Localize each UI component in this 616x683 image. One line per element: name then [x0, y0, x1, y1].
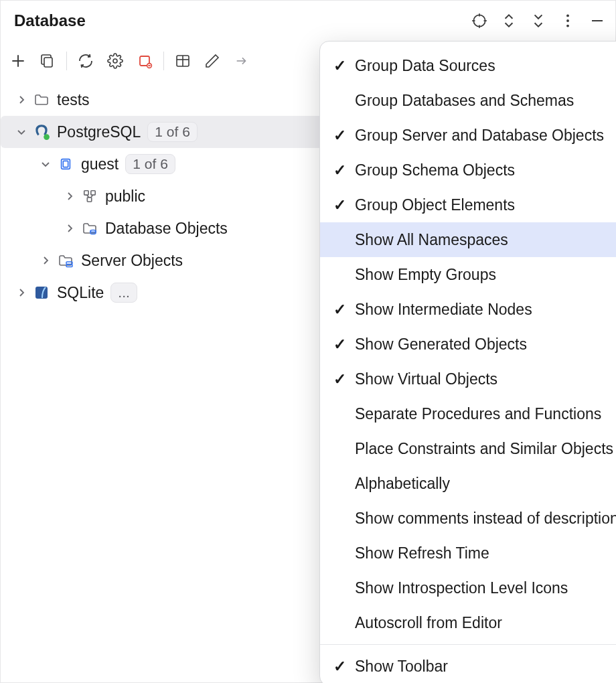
svg-rect-23	[84, 191, 88, 195]
chevron-right-icon[interactable]	[62, 189, 77, 204]
svg-point-5	[566, 14, 569, 17]
check-icon: ✓	[331, 658, 348, 676]
folder-db-icon	[81, 220, 98, 237]
menu-item-label: Show Introspection Level Icons	[355, 579, 568, 597]
menu-item[interactable]: ✓Group Server and Database Objects	[320, 118, 616, 153]
menu-item[interactable]: ✓Group Data Sources	[320, 48, 616, 83]
database-icon	[57, 155, 74, 173]
svg-rect-25	[87, 198, 91, 202]
menu-item-label: Show Toolbar	[355, 658, 448, 676]
menu-item-label: Group Databases and Schemas	[355, 92, 574, 110]
menu-separator	[320, 644, 616, 645]
svg-point-20	[44, 134, 50, 140]
duplicate-button[interactable]	[35, 49, 60, 73]
check-icon: ✓	[331, 335, 348, 354]
panel-title: Database	[9, 11, 86, 30]
menu-item[interactable]: Alphabetically	[320, 466, 616, 501]
schema-icon	[81, 187, 98, 205]
menu-item-label: Show Empty Groups	[355, 266, 496, 284]
chevron-right-icon[interactable]	[14, 285, 29, 300]
menu-item[interactable]: Separate Procedures and Functions	[320, 396, 616, 431]
toolbar-sep-2	[163, 52, 164, 70]
folder-icon	[33, 91, 50, 108]
menu-item-label: Separate Procedures and Functions	[355, 405, 601, 423]
check-icon: ✓	[331, 127, 348, 145]
expand-collapse-icon[interactable]	[499, 11, 519, 31]
stop-button[interactable]	[133, 49, 157, 73]
menu-item[interactable]: ✓Group Schema Objects	[320, 153, 616, 187]
count-badge: 1 of 6	[125, 154, 175, 174]
collapse-all-icon[interactable]	[528, 11, 548, 31]
tree-label: Server Objects	[81, 252, 183, 270]
menu-item[interactable]: ✓Show Generated Objects	[320, 327, 616, 362]
add-button[interactable]	[6, 49, 30, 73]
tree-label: Database Objects	[105, 220, 228, 238]
menu-item-label: Show Generated Objects	[355, 335, 527, 354]
tree-label: tests	[57, 91, 90, 109]
count-badge: 1 of 6	[147, 122, 198, 142]
menu-item-label: Show Intermediate Nodes	[355, 301, 532, 319]
tree-label: PostgreSQL	[57, 123, 141, 141]
svg-point-6	[566, 19, 569, 22]
menu-item[interactable]: Show Refresh Time	[320, 536, 616, 571]
menu-item[interactable]: ✓Show Intermediate Nodes	[320, 292, 616, 327]
check-icon: ✓	[331, 161, 348, 179]
menu-item-label: Group Schema Objects	[355, 161, 515, 179]
check-icon: ✓	[331, 57, 348, 75]
edit-button[interactable]	[200, 49, 224, 73]
menu-item[interactable]: ✓Group Object Elements	[320, 187, 616, 222]
menu-item-label: Show All Namespaces	[355, 231, 508, 249]
menu-item-label: Show comments instead of descriptions	[355, 510, 616, 528]
menu-item-label: Group Server and Database Objects	[355, 127, 604, 145]
chevron-right-icon[interactable]	[14, 92, 29, 107]
folder-server-icon	[57, 252, 74, 269]
menu-item[interactable]: Show Empty Groups	[320, 257, 616, 292]
view-options-menu: ✓Group Data SourcesGroup Databases and S…	[319, 41, 616, 683]
svg-rect-11	[44, 58, 52, 67]
database-panel: Database	[0, 0, 616, 683]
menu-item-label: Alphabetically	[355, 475, 450, 493]
menu-item-label: Autoscroll from Editor	[355, 614, 502, 632]
toolbar-sep-1	[66, 52, 67, 70]
postgresql-icon	[33, 123, 50, 141]
tree-label: SQLite	[57, 284, 104, 302]
menu-item-label: Show Refresh Time	[355, 544, 489, 562]
menu-item[interactable]: Place Constraints and Similar Objects	[320, 431, 616, 466]
menu-item[interactable]: Show Introspection Level Icons	[320, 571, 616, 605]
chevron-right-icon[interactable]	[62, 221, 77, 236]
minimize-icon[interactable]	[587, 11, 607, 31]
chevron-down-icon[interactable]	[14, 125, 29, 139]
tree-label: public	[105, 187, 145, 206]
svg-point-28	[90, 230, 96, 232]
more-badge[interactable]: ...	[110, 283, 137, 303]
refresh-button[interactable]	[74, 49, 98, 73]
table-button[interactable]	[171, 49, 195, 73]
more-arrow-icon[interactable]	[230, 49, 254, 73]
check-icon: ✓	[331, 196, 348, 214]
chevron-down-icon[interactable]	[38, 157, 53, 171]
menu-item[interactable]: Group Databases and Schemas	[320, 83, 616, 118]
menu-item-label: Place Constraints and Similar Objects	[355, 440, 613, 458]
svg-point-12	[113, 59, 117, 63]
panel-header: Database	[1, 1, 615, 41]
check-icon: ✓	[331, 370, 348, 388]
check-icon: ✓	[331, 301, 348, 319]
svg-point-7	[566, 25, 569, 27]
menu-item[interactable]: Show comments instead of descriptions	[320, 501, 616, 536]
svg-point-0	[473, 15, 485, 26]
target-icon[interactable]	[469, 11, 489, 31]
menu-item[interactable]: ✓Show Toolbar	[320, 649, 616, 683]
svg-rect-24	[91, 191, 95, 195]
menu-item-label: Group Data Sources	[355, 57, 495, 75]
chevron-right-icon[interactable]	[38, 253, 53, 268]
kebab-menu-icon[interactable]	[558, 11, 578, 31]
svg-rect-22	[63, 161, 68, 167]
settings-button[interactable]	[103, 49, 127, 73]
menu-item[interactable]: ✓Show Virtual Objects	[320, 362, 616, 396]
menu-item-label: Show Virtual Objects	[355, 370, 497, 388]
menu-item[interactable]: Show All Namespaces	[320, 222, 616, 257]
sqlite-icon	[33, 284, 50, 301]
menu-item-label: Group Object Elements	[355, 196, 515, 214]
menu-item[interactable]: Autoscroll from Editor	[320, 605, 616, 640]
panel-header-icons	[469, 11, 607, 31]
